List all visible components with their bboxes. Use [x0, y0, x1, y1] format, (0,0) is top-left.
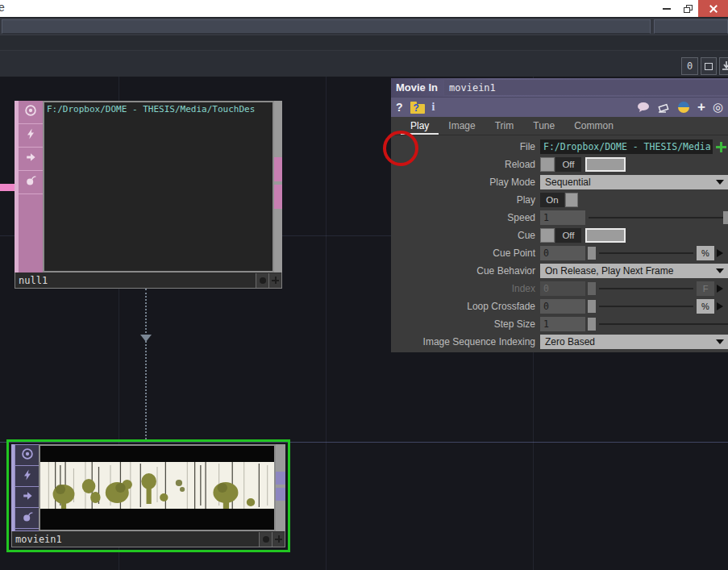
parameter-dialog-header[interactable]: Movie In moviein1 — [391, 78, 728, 98]
dropdown-cue-behavior[interactable]: On Release, Play Next Frame — [540, 264, 728, 278]
slider-cue-point[interactable] — [599, 246, 693, 260]
operator-name-field[interactable]: moviein1 — [444, 80, 728, 95]
slider-track — [599, 306, 693, 307]
moviein1-output-strip[interactable] — [276, 444, 285, 531]
scrub-button[interactable] — [717, 299, 728, 314]
null1-name-bar[interactable]: null1 — [15, 273, 282, 289]
node-null1[interactable]: F:/Dropbox/DOME - THESIS/Media/TouchDes … — [15, 101, 282, 289]
toggle-state-reload[interactable]: Off — [555, 157, 581, 172]
toggle-checkbox-cue[interactable] — [540, 228, 555, 243]
param-control: 1 — [540, 317, 728, 331]
tab-image[interactable]: Image — [439, 118, 485, 135]
param-control: Sequential — [540, 175, 728, 189]
tab-trim[interactable]: Trim — [485, 118, 524, 135]
restore-button[interactable] — [678, 0, 697, 17]
flag-arrow-button[interactable] — [19, 148, 43, 171]
target-icon[interactable]: ◎ — [713, 100, 723, 114]
flag-viewer-button[interactable] — [19, 101, 43, 124]
dropdown-play-mode[interactable]: Sequential — [540, 175, 728, 189]
node-color-button[interactable] — [259, 532, 272, 547]
wire-arrow-icon — [140, 335, 152, 342]
value-field-speed[interactable]: 1 — [540, 210, 585, 225]
null1-viewer[interactable]: F:/Dropbox/DOME - THESIS/Media/TouchDes — [43, 101, 274, 273]
slider-handle[interactable] — [588, 282, 596, 295]
parameter-dialog-iconbar: ??i +◎ — [391, 98, 728, 117]
null1-output-connector[interactable] — [274, 157, 282, 181]
slider-index[interactable] — [599, 281, 693, 296]
node-add-button[interactable] — [272, 532, 285, 547]
flag-lightning-button[interactable] — [19, 124, 43, 148]
bomb-icon — [24, 174, 37, 190]
slider-track — [599, 252, 693, 254]
unit-button-loop-crossfade[interactable]: % — [697, 299, 714, 314]
python-icon[interactable] — [677, 100, 690, 114]
value-field-loop-crossfade[interactable]: 0 — [540, 299, 585, 314]
value-field-index[interactable]: 0 — [540, 281, 585, 296]
slider-loop-crossfade[interactable] — [599, 299, 693, 314]
param-label: Image Sequence Indexing — [391, 336, 540, 347]
param-control: 0F — [540, 281, 728, 296]
comment-icon[interactable] — [637, 100, 650, 114]
pulse-button-cue[interactable] — [585, 228, 626, 243]
slider-speed[interactable] — [589, 210, 728, 225]
add-icon[interactable]: + — [697, 100, 705, 114]
parameter-tabs: PlayImageTrimTuneCommon — [391, 117, 728, 135]
folder-help-icon[interactable]: ? — [410, 100, 425, 114]
pulse-button-reload[interactable] — [585, 157, 626, 172]
pane-maximize-button[interactable] — [701, 57, 717, 75]
toggle-checkbox-play[interactable] — [565, 193, 578, 207]
help-icon[interactable]: ? — [396, 100, 403, 114]
scrub-button[interactable] — [717, 281, 728, 296]
moviein1-output-connector[interactable] — [276, 488, 285, 501]
null1-input-connector[interactable] — [0, 184, 16, 191]
moviein1-output-connector[interactable] — [276, 472, 285, 485]
plus-icon — [272, 277, 279, 284]
pane-funnel-button[interactable] — [719, 57, 728, 75]
value-field-cue-point[interactable]: 0 — [540, 246, 585, 260]
flag-viewer-button[interactable] — [15, 445, 39, 466]
moviein1-viewer[interactable] — [39, 444, 276, 531]
add-file-icon[interactable] — [715, 141, 727, 153]
flag-bomb-button[interactable] — [19, 171, 43, 194]
moviein1-name-bar[interactable]: moviein1 — [11, 531, 285, 547]
unit-button-cue-point[interactable]: % — [697, 246, 714, 260]
unit-button-index[interactable]: F — [697, 281, 714, 296]
pane-zero-button[interactable]: 0 — [681, 57, 698, 75]
toolbar — [0, 17, 728, 35]
scrub-button[interactable] — [717, 246, 728, 260]
toolbar-panel-left — [2, 19, 651, 34]
slider-step-size[interactable] — [599, 317, 728, 331]
node-name-label: null1 — [15, 275, 256, 286]
null1-output-connector[interactable] — [274, 185, 282, 209]
flag-bomb-button[interactable] — [15, 508, 39, 529]
value-field-step-size[interactable]: 1 — [540, 317, 585, 331]
chevron-down-icon — [716, 268, 724, 273]
eraser-icon[interactable] — [657, 100, 670, 114]
slider-handle[interactable] — [588, 247, 596, 260]
slider-handle[interactable] — [588, 300, 596, 313]
toggle-state-play[interactable]: On — [540, 193, 564, 207]
info-icon[interactable]: i — [432, 100, 435, 114]
toggle-state-cue[interactable]: Off — [555, 228, 581, 243]
tab-tune[interactable]: Tune — [523, 118, 564, 135]
dropdown-image-sequence-indexing[interactable]: Zero Based — [540, 335, 728, 349]
slider-handle[interactable] — [588, 318, 596, 331]
flag-lightning-button[interactable] — [15, 466, 39, 487]
file-field[interactable]: F:/Dropbox/DOME - THESIS/Media — [540, 139, 713, 154]
close-button[interactable] — [698, 0, 728, 17]
null1-output-strip[interactable] — [274, 101, 282, 273]
minimize-button[interactable] — [655, 0, 679, 17]
node-moviein1[interactable]: moviein1 — [11, 444, 285, 547]
node-add-button[interactable] — [268, 273, 281, 288]
node-color-button[interactable] — [256, 273, 268, 288]
flag-arrow-button[interactable] — [15, 487, 39, 508]
slider-handle[interactable] — [723, 211, 728, 224]
toggle-checkbox-reload[interactable] — [540, 157, 555, 172]
node-wire[interactable] — [145, 289, 147, 439]
param-row-play: PlayOn — [391, 191, 728, 209]
param-control: On Release, Play Next Frame — [540, 264, 728, 278]
tab-common[interactable]: Common — [564, 118, 623, 135]
viewer-icon — [20, 447, 35, 464]
pane-header-bar: 0 — [0, 50, 728, 77]
param-label: Play — [391, 194, 540, 206]
